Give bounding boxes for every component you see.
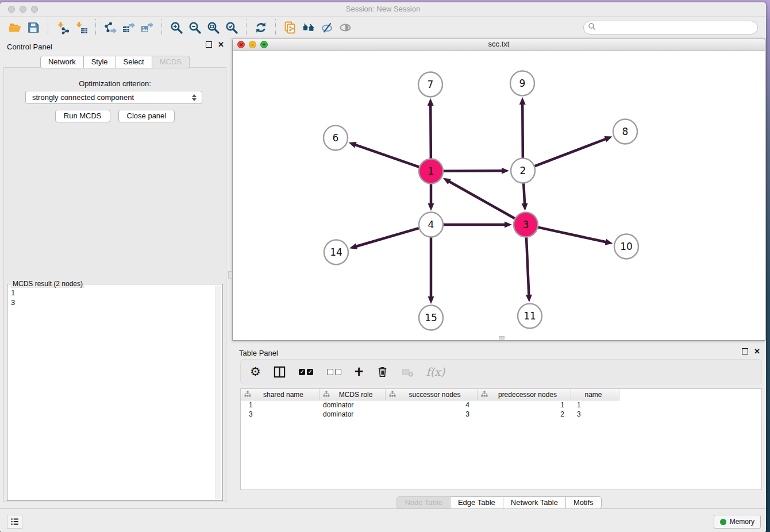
memory-status-icon — [720, 519, 726, 525]
hierarchy-icon — [244, 390, 251, 400]
tab-mcds[interactable]: MCDS — [152, 56, 190, 68]
hierarchy-icon — [323, 390, 330, 400]
zoom-selected-icon[interactable] — [222, 19, 241, 36]
search-icon — [588, 22, 596, 33]
tab-network-table[interactable]: Network Table — [503, 496, 566, 509]
save-session-icon[interactable] — [24, 19, 43, 36]
close-window-button[interactable] — [8, 6, 15, 13]
column-header-shared-name[interactable]: shared name — [241, 389, 319, 400]
search-input[interactable] — [596, 23, 753, 32]
zoom-window-button[interactable] — [31, 6, 38, 13]
window-title: Session: New Session — [0, 2, 766, 16]
graph-edge[interactable] — [444, 171, 503, 171]
import-table-icon[interactable] — [72, 19, 90, 36]
toolbar-separator — [48, 19, 48, 36]
open-file-icon[interactable] — [6, 19, 24, 36]
memory-button[interactable]: Memory — [714, 515, 761, 529]
graph-edge[interactable] — [430, 105, 431, 159]
graph-edge[interactable] — [448, 181, 514, 218]
network-view-window: ✕ − + scc.txt 1234678910111415 — [232, 38, 765, 341]
zoom-in-icon[interactable] — [167, 19, 186, 36]
graph-edge[interactable] — [535, 138, 607, 166]
panel-splitter-handle[interactable] — [228, 271, 232, 279]
task-history-button[interactable] — [7, 515, 22, 529]
export-image-icon[interactable] — [138, 19, 156, 36]
refresh-view-icon[interactable] — [252, 19, 270, 36]
column-header-predecessor-nodes[interactable]: predecessor nodes — [478, 389, 571, 400]
network-window-title: scc.txt — [233, 38, 765, 50]
graph-edge[interactable] — [355, 145, 419, 167]
network-maximize-button[interactable]: + — [260, 41, 268, 48]
table-header-row: shared name MCDS role successor nodes pr… — [241, 389, 761, 400]
table-settings-gear-icon[interactable]: ⚙ — [250, 364, 261, 380]
graph-edge[interactable] — [526, 237, 529, 296]
show-columns-icon[interactable] — [273, 364, 286, 380]
application-window: Session: New Session Control Panel — [0, 2, 766, 532]
unselect-all-columns-icon[interactable] — [326, 364, 342, 380]
hierarchy-icon — [389, 390, 396, 400]
create-column-icon[interactable]: + — [355, 364, 364, 380]
import-network-icon[interactable] — [53, 19, 72, 36]
search-field[interactable] — [583, 21, 758, 34]
select-all-columns-icon[interactable]: ✓✓ — [298, 364, 314, 380]
close-panel-button[interactable]: Close panel — [118, 110, 175, 122]
graph-edge[interactable] — [523, 183, 525, 205]
node-table: shared name MCDS role successor nodes pr… — [240, 388, 762, 490]
zoom-out-icon[interactable] — [186, 19, 204, 36]
tab-select[interactable]: Select — [116, 56, 152, 68]
float-panel-icon[interactable] — [206, 41, 212, 48]
graph-edge-arrowhead — [519, 97, 526, 105]
network-minimize-button[interactable]: − — [249, 41, 256, 48]
tab-network[interactable]: Network — [40, 56, 84, 68]
optimization-criterion-dropdown[interactable]: strongly connected component — [25, 91, 202, 104]
export-network-icon[interactable] — [101, 19, 120, 36]
graph-node-label: 8 — [622, 126, 629, 137]
graph-edge[interactable] — [522, 103, 523, 158]
main-titlebar: Session: New Session — [0, 2, 766, 17]
network-window-titlebar[interactable]: ✕ − + scc.txt — [233, 38, 765, 51]
zoom-fit-icon[interactable] — [204, 19, 222, 36]
network-close-button[interactable]: ✕ — [237, 41, 245, 48]
float-table-panel-icon[interactable] — [742, 348, 748, 354]
graph-edge[interactable] — [538, 228, 606, 242]
graph-edge-arrowhead — [526, 295, 532, 302]
column-header-successor-nodes[interactable]: successor nodes — [386, 389, 478, 400]
table-row[interactable]: 1 dominator 4 1 1 — [241, 400, 761, 410]
network-canvas[interactable]: 1234678910111415 — [233, 51, 765, 340]
close-table-panel-icon[interactable]: ✕ — [754, 348, 760, 354]
clone-network-icon[interactable] — [281, 19, 299, 36]
run-mcds-button[interactable]: Run MCDS — [55, 110, 110, 122]
graph-edge-arrowhead — [349, 243, 357, 249]
optimization-criterion-label: Optimization criterion: — [0, 79, 230, 88]
graph-node-label: 9 — [519, 78, 526, 89]
delete-column-trash-icon[interactable] — [376, 364, 389, 380]
tab-style[interactable]: Style — [84, 56, 116, 68]
canvas-resize-handle[interactable] — [499, 336, 505, 340]
tab-edge-table[interactable]: Edge Table — [451, 496, 503, 509]
minimize-window-button[interactable] — [20, 6, 26, 13]
tab-motifs[interactable]: Motifs — [566, 496, 602, 509]
export-table-icon[interactable] — [120, 19, 138, 36]
graph-node-label: 4 — [428, 219, 434, 230]
graph-edge[interactable] — [356, 228, 419, 246]
mcds-result-text[interactable]: 1 3 — [10, 288, 214, 498]
first-neighbors-icon[interactable] — [299, 19, 318, 36]
result-scrollbar[interactable] — [215, 286, 221, 499]
dropdown-stepper-icon — [189, 94, 202, 101]
control-panel: Control Panel ✕ Network Style Select MCD… — [0, 36, 230, 507]
column-header-mcds-role[interactable]: MCDS role — [319, 389, 386, 400]
column-header-name[interactable]: name — [571, 389, 619, 400]
function-builder-icon: f(x) — [426, 364, 445, 380]
table-panel-title: Table Panel — [239, 349, 278, 357]
control-panel-tabs: Network Style Select MCDS — [0, 56, 230, 68]
graph-edge-arrowhead — [428, 98, 434, 106]
graph-edge-arrowhead — [349, 142, 357, 148]
close-panel-icon[interactable]: ✕ — [218, 41, 224, 48]
graph-node-label: 15 — [425, 312, 437, 323]
table-row[interactable]: 3 dominator 3 2 3 — [241, 410, 761, 419]
hide-selected-icon[interactable] — [318, 19, 336, 36]
tab-node-table[interactable]: Node Table — [396, 496, 451, 509]
show-all-eye-icon — [336, 19, 355, 36]
graph-edge-arrowhead — [522, 203, 528, 211]
graph-node-label: 11 — [523, 310, 536, 322]
